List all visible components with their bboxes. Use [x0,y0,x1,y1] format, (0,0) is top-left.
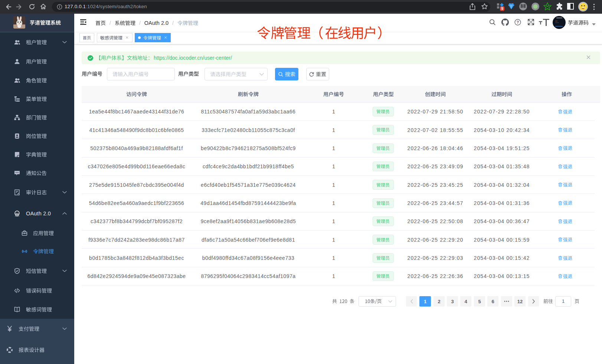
svg-text:9: 9 [501,7,503,11]
svg-text:?: ? [517,20,519,24]
